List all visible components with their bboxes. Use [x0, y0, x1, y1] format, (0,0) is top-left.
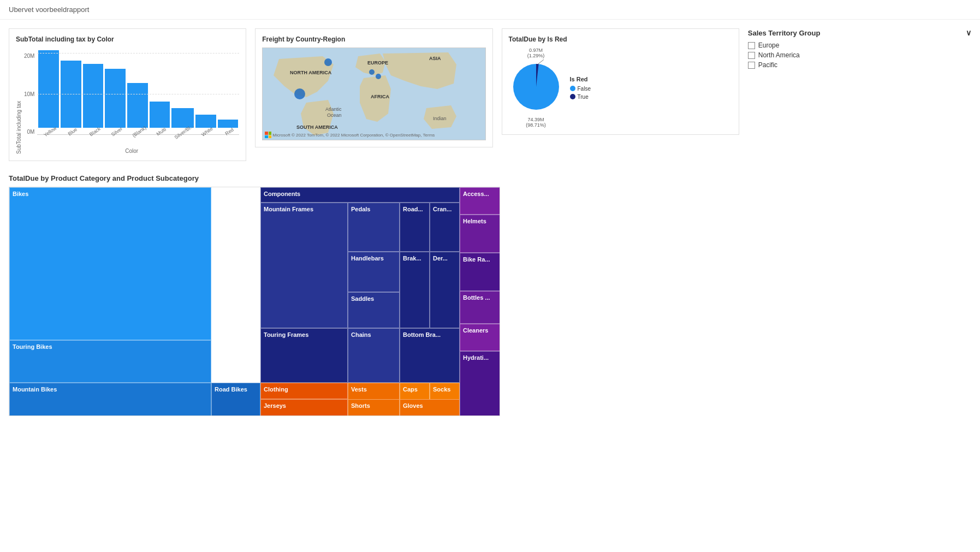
treemap-label-jerseys: Jerseys [261, 400, 347, 412]
legend-label-true: True [578, 94, 589, 100]
svg-point-9 [324, 58, 332, 66]
treemap-label-road: Road... [400, 203, 429, 215]
bar-blank[interactable]: (Blank) [127, 83, 148, 135]
treemap-label-gloves: Gloves [400, 400, 459, 412]
filter-item-europe[interactable]: Europe [748, 41, 971, 49]
bar-black[interactable]: Black [83, 64, 104, 135]
treemap-helmets[interactable]: Helmets [460, 215, 500, 253]
bar-rect-blank [127, 83, 148, 128]
checkbox-north-america[interactable] [748, 52, 755, 59]
map-chart-card[interactable]: Freight by Country-Region [255, 28, 492, 147]
treemap-container[interactable]: Bikes Touring Bikes Mountain Bikes Road … [9, 187, 500, 416]
bar-silverbl[interactable]: Silver/Bl... [171, 108, 194, 135]
treemap-touring-frames[interactable]: Touring Frames [260, 328, 348, 383]
treemap-label-cran: Cran... [430, 203, 459, 215]
treemap-label-bike-ra: Bike Ra... [460, 253, 500, 265]
bar-silver[interactable]: Silver [105, 69, 126, 135]
bars-area: Yellow Blue Black [37, 53, 239, 135]
pie-legend: Is Red False True [570, 76, 591, 100]
treemap-road-bikes[interactable]: Road Bikes [211, 383, 260, 416]
filter-label-pacific: Pacific [758, 61, 777, 69]
bar-chart-area: 20M 10M 0M [24, 48, 239, 135]
pie-chart-title: TotalDue by Is Red [509, 35, 732, 43]
filter-chevron-icon[interactable]: ∨ [966, 28, 971, 37]
treemap-label-mountain-bikes: Mountain Bikes [10, 383, 211, 395]
legend-dot-true [570, 94, 575, 99]
map-footer-text: Microsoft © 2022 TomTom, © 2022 Microsof… [272, 133, 435, 138]
treemap-bottles[interactable]: Bottles ... [460, 291, 500, 324]
pie-svg-area: 0.97M (1.29%) 74.39M (98.71%) [509, 48, 563, 128]
treemap-bike-ra[interactable]: Bike Ra... [460, 253, 500, 291]
main-content: SubTotal including tax by Color SubTotal… [0, 20, 980, 425]
map-attribution: Microsoft © 2022 TomTom, © 2022 Microsof… [265, 132, 435, 138]
filter-item-north-america[interactable]: North America [748, 51, 971, 59]
treemap-socks[interactable]: Socks [430, 383, 460, 400]
checkbox-europe[interactable] [748, 42, 755, 49]
treemap-bikes[interactable]: Bikes [9, 187, 211, 340]
treemap-chains[interactable]: Chains [348, 328, 400, 383]
treemap-label-mountain-frames: Mountain Frames [261, 203, 347, 215]
treemap-clothing-header[interactable]: Clothing [260, 383, 348, 399]
svg-line-14 [538, 60, 544, 64]
legend-dot-false [570, 86, 575, 91]
bar-multi[interactable]: Multi [150, 102, 170, 135]
bar-yellow[interactable]: Yellow [38, 50, 59, 135]
treemap-shorts[interactable]: Shorts [348, 399, 400, 416]
treemap-caps[interactable]: Caps [400, 383, 430, 400]
bar-label-red: Red [224, 127, 235, 136]
bar-rect-yellow [38, 50, 59, 128]
treemap-label-bikes: Bikes [10, 188, 211, 200]
y-axis-label: SubTotal including tax [16, 48, 22, 154]
treemap-label-touring-bikes: Touring Bikes [10, 341, 211, 353]
treemap-mountain-bikes[interactable]: Mountain Bikes [9, 383, 211, 416]
map-placeholder[interactable]: NORTH AMERICA EUROPE ASIA Atlantic Ocean… [262, 48, 485, 140]
svg-point-11 [376, 74, 381, 79]
treemap-mountain-frames[interactable]: Mountain Frames [260, 203, 348, 328]
checkbox-pacific[interactable] [748, 62, 755, 69]
treemap-label-shorts: Shorts [348, 400, 399, 412]
treemap-label-hydrati: Hydrati... [460, 352, 500, 364]
treemap-pedals[interactable]: Pedals [348, 203, 400, 252]
y-label-10m: 10M [24, 91, 34, 97]
bar-rect-white [195, 115, 216, 128]
pie-chart-card: TotalDue by Is Red 0.97M (1.29%) [502, 28, 739, 135]
treemap-saddles[interactable]: Saddles [348, 292, 400, 328]
treemap-cleaners[interactable]: Cleaners [460, 324, 500, 351]
svg-point-12 [294, 88, 305, 99]
treemap-accessories[interactable]: Access... [460, 187, 500, 215]
treemap-label-brak: Brak... [400, 252, 429, 264]
svg-text:NORTH AMERICA: NORTH AMERICA [290, 70, 332, 75]
treemap-road[interactable]: Road... [400, 203, 430, 252]
legend-label-false: False [578, 86, 591, 92]
treemap-der[interactable]: Der... [430, 252, 460, 328]
bar-white[interactable]: White [195, 115, 216, 135]
treemap-touring-bikes[interactable]: Touring Bikes [9, 340, 211, 383]
treemap-hydrati[interactable]: Hydrati... [460, 351, 500, 416]
pie-svg [509, 60, 563, 114]
bar-blue[interactable]: Blue [61, 61, 81, 135]
treemap-label-saddles: Saddles [348, 293, 399, 305]
treemap-gloves[interactable]: Gloves [400, 399, 460, 416]
treemap-cran[interactable]: Cran... [430, 203, 460, 252]
bar-rect-silver [105, 69, 126, 128]
svg-text:Atlantic: Atlantic [325, 106, 342, 112]
svg-text:EUROPE: EUROPE [367, 60, 388, 66]
svg-text:AFRICA: AFRICA [371, 94, 389, 99]
ms-logo [265, 132, 271, 138]
filter-item-pacific[interactable]: Pacific [748, 61, 971, 69]
bar-label-multi: Multi [156, 127, 167, 137]
pie-legend-title: Is Red [570, 76, 591, 82]
treemap-bottom-bra[interactable]: Bottom Bra... [400, 328, 460, 383]
treemap-brak[interactable]: Brak... [400, 252, 430, 328]
x-axis-title: Color [24, 148, 239, 154]
filter-title: Sales Territory Group [748, 29, 821, 37]
treemap-handlebars[interactable]: Handlebars [348, 252, 400, 292]
treemap-components-header[interactable]: Components [260, 187, 460, 203]
bar-chart-inner: SubTotal including tax 20M 10M 0M [16, 48, 239, 154]
bar-label-blue: Blue [67, 127, 78, 137]
treemap-label-road-bikes: Road Bikes [212, 383, 260, 395]
svg-text:Ocean: Ocean [327, 112, 342, 118]
treemap-jerseys[interactable]: Jerseys [260, 399, 348, 416]
bar-red[interactable]: Red [218, 120, 239, 135]
bar-rect-black [83, 64, 104, 128]
